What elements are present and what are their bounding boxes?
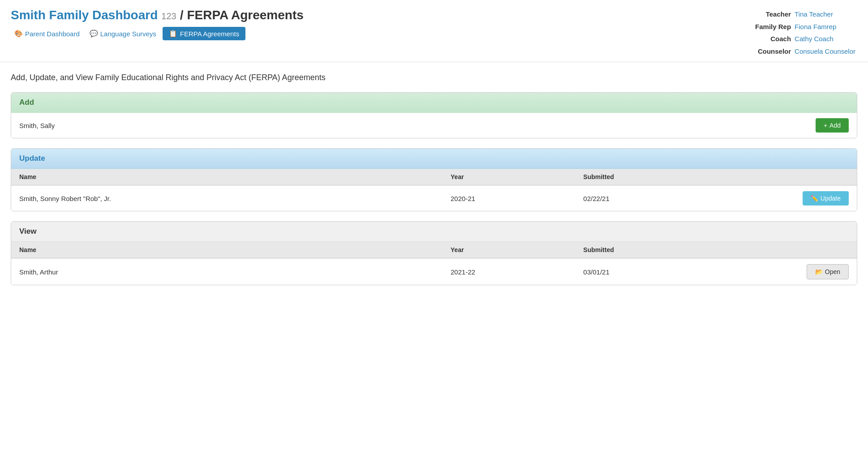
coach-value: Cathy Coach (793, 33, 857, 45)
counselor-label: Counselor (753, 45, 793, 58)
title-row: Smith Family Dashboard 123 / FERPA Agree… (11, 8, 304, 22)
update-section: Update Name Year Submitted Smith, Sonny … (11, 148, 857, 211)
update-section-title: Update (19, 154, 45, 163)
family-rep-row: Family Rep Fiona Famrep (753, 21, 857, 33)
update-row-action: ✏️ Update (716, 191, 849, 206)
view-section-title: View (19, 227, 36, 236)
update-row-submitted: 02/22/21 (583, 195, 716, 202)
update-col-name: Name (19, 173, 451, 180)
open-button-label: Open (825, 268, 840, 275)
view-table-header: Name Year Submitted (11, 242, 857, 258)
family-rep-label: Family Rep (753, 21, 793, 33)
language-surveys-icon: 💬 (90, 30, 98, 38)
update-col-year: Year (451, 173, 583, 180)
add-icon: + (824, 122, 827, 129)
add-section-title: Add (19, 98, 34, 107)
update-button-label: Update (821, 195, 841, 202)
counselor-row: Counselor Consuela Counselor (753, 45, 857, 58)
teacher-label: Teacher (753, 8, 793, 21)
coach-label: Coach (753, 33, 793, 45)
teacher-value: Tina Teacher (793, 8, 857, 21)
update-row-year: 2020-21 (451, 195, 583, 202)
header-right: Teacher Tina Teacher Family Rep Fiona Fa… (753, 8, 857, 57)
language-surveys-link[interactable]: 💬 Language Surveys (86, 28, 160, 39)
update-button[interactable]: ✏️ Update (803, 191, 849, 206)
family-rep-value: Fiona Famrep (793, 21, 857, 33)
view-row-name: Smith, Arthur (19, 268, 451, 276)
teacher-row: Teacher Tina Teacher (753, 8, 857, 21)
view-col-year: Year (451, 246, 583, 253)
view-section: View Name Year Submitted Smith, Arthur 2… (11, 221, 857, 285)
section-description: Add, Update, and View Family Educational… (11, 73, 857, 82)
view-col-name: Name (19, 246, 451, 253)
view-row-action: 📂 Open (716, 264, 849, 279)
ferpa-agreements-icon: 📋 (169, 30, 177, 38)
header-left: Smith Family Dashboard 123 / FERPA Agree… (11, 8, 304, 40)
add-section: Add Smith, Sally + Add (11, 92, 857, 138)
language-surveys-label: Language Surveys (100, 30, 156, 38)
update-section-header: Update (11, 149, 857, 169)
ferpa-agreements-label: FERPA Agreements (180, 30, 239, 38)
update-table-header: Name Year Submitted (11, 169, 857, 185)
open-button[interactable]: 📂 Open (807, 264, 849, 279)
main-content: Add, Update, and View Family Educational… (0, 62, 868, 306)
family-name: Smith Family Dashboard (11, 8, 158, 22)
pencil-icon: ✏️ (811, 195, 818, 202)
family-id: 123 (161, 11, 176, 21)
ferpa-agreements-link[interactable]: 📋 FERPA Agreements (163, 27, 245, 40)
parent-dashboard-label: Parent Dashboard (25, 30, 80, 38)
update-row-name: Smith, Sonny Robert "Rob", Jr. (19, 195, 451, 202)
view-section-header: View (11, 222, 857, 242)
add-section-header: Add (11, 93, 857, 113)
coach-row: Coach Cathy Coach (753, 33, 857, 45)
counselor-value: Consuela Counselor (793, 45, 857, 58)
page-title-heading: FERPA Agreements (187, 8, 303, 22)
view-row-year: 2021-22 (451, 268, 583, 276)
folder-open-icon: 📂 (815, 268, 823, 275)
parent-dashboard-link[interactable]: 🎨 Parent Dashboard (11, 28, 83, 39)
table-row: Smith, Arthur 2021-22 03/01/21 📂 Open (11, 258, 857, 285)
top-header: Smith Family Dashboard 123 / FERPA Agree… (0, 0, 868, 62)
add-row: Smith, Sally + Add (11, 113, 857, 138)
nav-row: 🎨 Parent Dashboard 💬 Language Surveys 📋 … (11, 27, 304, 40)
parent-dashboard-icon: 🎨 (14, 30, 23, 38)
add-button[interactable]: + Add (816, 118, 849, 133)
table-row: Smith, Sonny Robert "Rob", Jr. 2020-21 0… (11, 185, 857, 211)
separator: / (180, 8, 184, 22)
add-student-name: Smith, Sally (19, 122, 816, 129)
add-button-label: Add (829, 122, 841, 129)
view-col-submitted: Submitted (583, 246, 716, 253)
view-row-submitted: 03/01/21 (583, 268, 716, 276)
staff-table: Teacher Tina Teacher Family Rep Fiona Fa… (753, 8, 857, 57)
update-col-submitted: Submitted (583, 173, 716, 180)
